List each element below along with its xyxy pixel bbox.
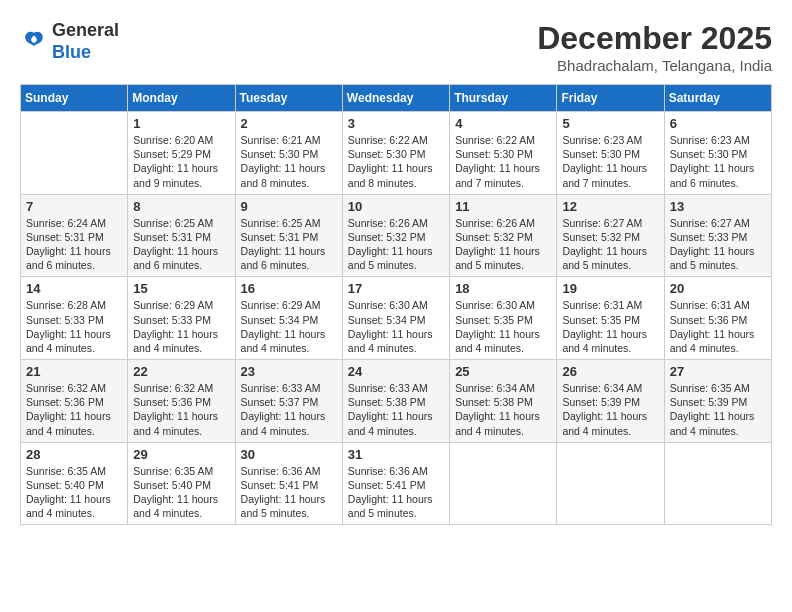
calendar-table: SundayMondayTuesdayWednesdayThursdayFrid…	[20, 84, 772, 525]
page-header: General Blue December 2025 Bhadrachalam,…	[20, 20, 772, 74]
day-number: 31	[348, 447, 444, 462]
day-info: Sunrise: 6:26 AM Sunset: 5:32 PM Dayligh…	[348, 216, 444, 273]
calendar-cell: 23Sunrise: 6:33 AM Sunset: 5:37 PM Dayli…	[235, 360, 342, 443]
day-number: 14	[26, 281, 122, 296]
day-number: 11	[455, 199, 551, 214]
calendar-cell: 8Sunrise: 6:25 AM Sunset: 5:31 PM Daylig…	[128, 194, 235, 277]
day-info: Sunrise: 6:21 AM Sunset: 5:30 PM Dayligh…	[241, 133, 337, 190]
day-of-week-header: Thursday	[450, 85, 557, 112]
calendar-cell: 2Sunrise: 6:21 AM Sunset: 5:30 PM Daylig…	[235, 112, 342, 195]
day-info: Sunrise: 6:30 AM Sunset: 5:34 PM Dayligh…	[348, 298, 444, 355]
calendar-cell: 11Sunrise: 6:26 AM Sunset: 5:32 PM Dayli…	[450, 194, 557, 277]
calendar-week-row: 28Sunrise: 6:35 AM Sunset: 5:40 PM Dayli…	[21, 442, 772, 525]
day-info: Sunrise: 6:25 AM Sunset: 5:31 PM Dayligh…	[241, 216, 337, 273]
day-info: Sunrise: 6:29 AM Sunset: 5:34 PM Dayligh…	[241, 298, 337, 355]
calendar-week-row: 7Sunrise: 6:24 AM Sunset: 5:31 PM Daylig…	[21, 194, 772, 277]
calendar-cell: 13Sunrise: 6:27 AM Sunset: 5:33 PM Dayli…	[664, 194, 771, 277]
calendar-cell: 5Sunrise: 6:23 AM Sunset: 5:30 PM Daylig…	[557, 112, 664, 195]
calendar-week-row: 21Sunrise: 6:32 AM Sunset: 5:36 PM Dayli…	[21, 360, 772, 443]
calendar-cell: 12Sunrise: 6:27 AM Sunset: 5:32 PM Dayli…	[557, 194, 664, 277]
day-number: 5	[562, 116, 658, 131]
calendar-cell: 18Sunrise: 6:30 AM Sunset: 5:35 PM Dayli…	[450, 277, 557, 360]
calendar-cell: 9Sunrise: 6:25 AM Sunset: 5:31 PM Daylig…	[235, 194, 342, 277]
day-info: Sunrise: 6:33 AM Sunset: 5:37 PM Dayligh…	[241, 381, 337, 438]
calendar-cell	[450, 442, 557, 525]
calendar-cell: 15Sunrise: 6:29 AM Sunset: 5:33 PM Dayli…	[128, 277, 235, 360]
calendar-header-row: SundayMondayTuesdayWednesdayThursdayFrid…	[21, 85, 772, 112]
day-info: Sunrise: 6:22 AM Sunset: 5:30 PM Dayligh…	[455, 133, 551, 190]
day-number: 8	[133, 199, 229, 214]
calendar-cell: 29Sunrise: 6:35 AM Sunset: 5:40 PM Dayli…	[128, 442, 235, 525]
day-number: 16	[241, 281, 337, 296]
day-number: 2	[241, 116, 337, 131]
calendar-cell: 27Sunrise: 6:35 AM Sunset: 5:39 PM Dayli…	[664, 360, 771, 443]
day-info: Sunrise: 6:31 AM Sunset: 5:35 PM Dayligh…	[562, 298, 658, 355]
location: Bhadrachalam, Telangana, India	[537, 57, 772, 74]
day-of-week-header: Monday	[128, 85, 235, 112]
title-block: December 2025 Bhadrachalam, Telangana, I…	[537, 20, 772, 74]
calendar-cell: 16Sunrise: 6:29 AM Sunset: 5:34 PM Dayli…	[235, 277, 342, 360]
calendar-week-row: 1Sunrise: 6:20 AM Sunset: 5:29 PM Daylig…	[21, 112, 772, 195]
day-info: Sunrise: 6:22 AM Sunset: 5:30 PM Dayligh…	[348, 133, 444, 190]
day-of-week-header: Sunday	[21, 85, 128, 112]
day-info: Sunrise: 6:26 AM Sunset: 5:32 PM Dayligh…	[455, 216, 551, 273]
day-info: Sunrise: 6:27 AM Sunset: 5:33 PM Dayligh…	[670, 216, 766, 273]
calendar-cell: 21Sunrise: 6:32 AM Sunset: 5:36 PM Dayli…	[21, 360, 128, 443]
day-number: 29	[133, 447, 229, 462]
day-info: Sunrise: 6:24 AM Sunset: 5:31 PM Dayligh…	[26, 216, 122, 273]
day-number: 15	[133, 281, 229, 296]
day-info: Sunrise: 6:32 AM Sunset: 5:36 PM Dayligh…	[26, 381, 122, 438]
calendar-cell: 4Sunrise: 6:22 AM Sunset: 5:30 PM Daylig…	[450, 112, 557, 195]
month-title: December 2025	[537, 20, 772, 57]
day-number: 3	[348, 116, 444, 131]
day-number: 13	[670, 199, 766, 214]
calendar-cell	[664, 442, 771, 525]
calendar-week-row: 14Sunrise: 6:28 AM Sunset: 5:33 PM Dayli…	[21, 277, 772, 360]
day-info: Sunrise: 6:35 AM Sunset: 5:40 PM Dayligh…	[133, 464, 229, 521]
calendar-cell: 19Sunrise: 6:31 AM Sunset: 5:35 PM Dayli…	[557, 277, 664, 360]
calendar-cell: 14Sunrise: 6:28 AM Sunset: 5:33 PM Dayli…	[21, 277, 128, 360]
day-number: 20	[670, 281, 766, 296]
day-number: 28	[26, 447, 122, 462]
day-number: 21	[26, 364, 122, 379]
calendar-cell: 6Sunrise: 6:23 AM Sunset: 5:30 PM Daylig…	[664, 112, 771, 195]
day-number: 6	[670, 116, 766, 131]
calendar-cell	[21, 112, 128, 195]
day-number: 4	[455, 116, 551, 131]
day-number: 18	[455, 281, 551, 296]
day-of-week-header: Wednesday	[342, 85, 449, 112]
day-number: 12	[562, 199, 658, 214]
calendar-cell: 20Sunrise: 6:31 AM Sunset: 5:36 PM Dayli…	[664, 277, 771, 360]
day-info: Sunrise: 6:32 AM Sunset: 5:36 PM Dayligh…	[133, 381, 229, 438]
day-info: Sunrise: 6:35 AM Sunset: 5:40 PM Dayligh…	[26, 464, 122, 521]
day-info: Sunrise: 6:27 AM Sunset: 5:32 PM Dayligh…	[562, 216, 658, 273]
day-number: 1	[133, 116, 229, 131]
day-number: 9	[241, 199, 337, 214]
day-number: 30	[241, 447, 337, 462]
day-of-week-header: Tuesday	[235, 85, 342, 112]
day-info: Sunrise: 6:28 AM Sunset: 5:33 PM Dayligh…	[26, 298, 122, 355]
day-info: Sunrise: 6:36 AM Sunset: 5:41 PM Dayligh…	[241, 464, 337, 521]
calendar-cell: 31Sunrise: 6:36 AM Sunset: 5:41 PM Dayli…	[342, 442, 449, 525]
day-info: Sunrise: 6:34 AM Sunset: 5:39 PM Dayligh…	[562, 381, 658, 438]
calendar-cell: 1Sunrise: 6:20 AM Sunset: 5:29 PM Daylig…	[128, 112, 235, 195]
logo-text: General Blue	[52, 20, 119, 63]
calendar-cell: 30Sunrise: 6:36 AM Sunset: 5:41 PM Dayli…	[235, 442, 342, 525]
calendar-cell: 10Sunrise: 6:26 AM Sunset: 5:32 PM Dayli…	[342, 194, 449, 277]
day-info: Sunrise: 6:20 AM Sunset: 5:29 PM Dayligh…	[133, 133, 229, 190]
day-info: Sunrise: 6:33 AM Sunset: 5:38 PM Dayligh…	[348, 381, 444, 438]
day-number: 7	[26, 199, 122, 214]
day-info: Sunrise: 6:25 AM Sunset: 5:31 PM Dayligh…	[133, 216, 229, 273]
calendar-cell: 26Sunrise: 6:34 AM Sunset: 5:39 PM Dayli…	[557, 360, 664, 443]
day-number: 19	[562, 281, 658, 296]
day-info: Sunrise: 6:23 AM Sunset: 5:30 PM Dayligh…	[670, 133, 766, 190]
day-number: 17	[348, 281, 444, 296]
day-info: Sunrise: 6:36 AM Sunset: 5:41 PM Dayligh…	[348, 464, 444, 521]
day-info: Sunrise: 6:31 AM Sunset: 5:36 PM Dayligh…	[670, 298, 766, 355]
day-number: 24	[348, 364, 444, 379]
day-number: 22	[133, 364, 229, 379]
calendar-cell: 22Sunrise: 6:32 AM Sunset: 5:36 PM Dayli…	[128, 360, 235, 443]
day-info: Sunrise: 6:29 AM Sunset: 5:33 PM Dayligh…	[133, 298, 229, 355]
logo-bird-icon	[20, 28, 48, 56]
calendar-cell	[557, 442, 664, 525]
